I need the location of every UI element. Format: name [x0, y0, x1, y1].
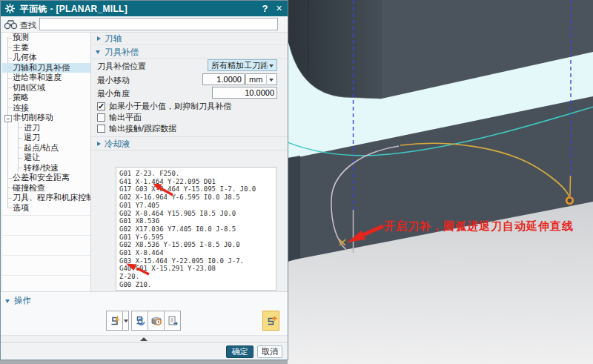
verify-toolpath-icon	[150, 315, 162, 327]
nav-item[interactable]: 刀具、程序和机床控制	[2, 193, 90, 203]
part-side-face	[288, 156, 300, 262]
nav-item[interactable]: 退刀	[2, 133, 90, 143]
nav-item[interactable]: 公差和安全距离	[2, 173, 90, 183]
gcode-line: G17 G03 X-8.464 Y-15.095 I-7. J0.0	[119, 185, 273, 193]
checkbox[interactable]	[97, 113, 105, 122]
nav-item[interactable]: 进给率和速度	[2, 73, 90, 83]
gcode-line: Z-20.	[119, 273, 273, 281]
part-and-toolpath-graphic	[288, 0, 593, 364]
nav-item-label: 起点/钻点	[24, 143, 59, 152]
list-output-icon	[167, 315, 179, 327]
checkbox-row[interactable]: 输出接触/跟踪数据	[97, 124, 176, 133]
nav-item-label: 避让	[24, 153, 40, 162]
annotation-text: 开启刀补，圆弧进退刀自动延伸直线	[384, 219, 574, 234]
checkbox-label: 输出平面	[109, 113, 142, 122]
nav-item-label: 碰撞检查	[13, 183, 45, 192]
section-tool-axis[interactable]: 刀轴	[91, 33, 288, 45]
help-button[interactable]: ?	[259, 1, 271, 16]
find-binoculars-icon	[4, 19, 18, 33]
gcode-line: G01 Y-6.595	[119, 234, 273, 242]
collapse-arrow-icon[interactable]	[140, 337, 148, 341]
checkbox-label: 如果小于最小值，则抑制刀具补偿	[109, 102, 231, 110]
chevron-down-icon	[96, 50, 100, 54]
nav-item[interactable]: 预测	[2, 33, 90, 43]
section-coolant[interactable]: 冷却液	[91, 138, 288, 150]
nav-item[interactable]: 转移/快速	[2, 163, 90, 173]
replay-toolpath-icon	[134, 315, 146, 327]
close-button[interactable]: ×	[273, 1, 285, 16]
chevron-down-icon	[124, 320, 128, 322]
generate-toolpath-button[interactable]	[106, 311, 123, 331]
nav-item[interactable]: 起点/钻点	[2, 143, 90, 153]
nav-item[interactable]: 主要	[2, 43, 90, 53]
engage-line-yellow	[570, 176, 571, 196]
min-angle-input[interactable]	[212, 87, 277, 99]
min-move-label: 最小移动	[97, 75, 130, 85]
chevron-right-icon	[97, 142, 101, 146]
edit-display-icon	[265, 315, 277, 327]
dialog-body: 预测 主要 几何体 刀轴和刀具补偿 进给率和速度	[1, 33, 288, 291]
chevron-down-icon	[5, 300, 10, 303]
operation-gear-icon	[4, 3, 16, 16]
3d-viewport[interactable]: 开启刀补，圆弧进退刀自动延伸直线	[288, 0, 593, 364]
list-output-button[interactable]	[164, 311, 181, 331]
nav-item[interactable]: 策略	[2, 93, 90, 103]
search-input[interactable]	[39, 18, 278, 30]
min-move-input[interactable]	[202, 73, 245, 85]
nav-item[interactable]: 碰撞检查	[2, 183, 90, 193]
dialog-collapse-strip	[1, 335, 288, 342]
comp-location-dropdown[interactable]: 所有精加工刀路	[208, 59, 277, 71]
nav-item[interactable]: 几何体	[2, 53, 90, 63]
nav-item[interactable]: 避让	[2, 153, 90, 163]
dialog-navigator: 预测 主要 几何体 刀轴和刀具补偿 进给率和速度	[2, 33, 91, 291]
gcode-line: G02 X-8.464 Y15.905 I8.5 J0.0	[119, 210, 273, 218]
min-angle-label: 最小角度	[97, 88, 130, 99]
replay-toolpath-button[interactable]	[131, 311, 148, 331]
edit-display-button[interactable]	[262, 311, 279, 331]
nav-item-label: 转移/快速	[24, 163, 59, 172]
dialog-titlebar[interactable]: 平面铣 - [PLANAR_MILL] ? ×	[1, 1, 288, 16]
gcode-line: G02 X-16.964 Y-6.595 I0.0 J8.5	[119, 193, 273, 202]
gcode-line: G01 X-8.464	[119, 249, 273, 257]
ok-button[interactable]: 确定	[226, 345, 254, 358]
nav-item[interactable]: 进刀	[2, 123, 90, 133]
generate-dropdown-button[interactable]	[122, 311, 129, 331]
checkbox[interactable]	[97, 125, 105, 133]
nav-item-label: 退刀	[24, 133, 40, 142]
actions-section: 操作	[1, 291, 288, 335]
nav-item[interactable]: 非切削移动	[2, 113, 90, 123]
checkbox[interactable]	[97, 102, 105, 110]
generate-toolpath-icon	[109, 315, 121, 327]
gcode-line: G41 X-1.464 Y-22.095 D01	[119, 178, 273, 186]
nav-item[interactable]: 连接	[2, 103, 90, 113]
gcode-line: G02 X17.036 Y7.405 I0.0 J-8.5	[119, 225, 273, 234]
section-tool-comp[interactable]: 刀具补偿	[91, 46, 288, 59]
nav-item-label: 进给率和速度	[13, 73, 62, 82]
gcode-line: G02 X8.536 Y-15.095 I-8.5 J0.0	[119, 241, 273, 249]
nav-item-label: 切削区域	[13, 83, 45, 92]
cancel-button[interactable]: 取消	[257, 345, 282, 358]
nav-item-label: 连接	[13, 103, 29, 112]
nav-item-label: 刀轴和刀具补偿	[13, 63, 70, 72]
checkbox-label: 输出接触/跟踪数据	[109, 124, 176, 133]
min-move-unit-dropdown[interactable]: mm	[245, 73, 277, 85]
gcode-line: G00 Z10.	[119, 281, 273, 289]
nav-item[interactable]: 切削区域	[2, 83, 90, 93]
nav-item-label: 进刀	[24, 123, 40, 132]
gcode-line: G03 X-15.464 Y-22.095 I0.0 J-7.	[119, 257, 273, 265]
planar-mill-dialog: 平面铣 - [PLANAR_MILL] ? × 查找	[0, 0, 288, 360]
nav-item[interactable]: 刀轴和刀具补偿	[2, 63, 90, 73]
find-label: 查找	[20, 20, 36, 31]
checkbox-row[interactable]: 如果小于最小值，则抑制刀具补偿	[97, 102, 231, 111]
checkbox-row[interactable]: 输出平面	[97, 113, 142, 122]
nav-item-label: 刀具、程序和机床控制	[13, 193, 91, 202]
chevron-right-icon	[97, 36, 101, 41]
nav-item-label: 几何体	[13, 53, 37, 62]
nav-item[interactable]: 选项	[2, 203, 90, 214]
nav-item-label: 策略	[13, 93, 29, 102]
start-point-marker	[566, 197, 573, 204]
gcode-line: G01 Z-23. F250.	[119, 170, 273, 178]
gcode-line: G40 G01 X-15.291 Y-23.08	[119, 265, 273, 273]
parameter-panel: 刀轴 刀具补偿 刀具补偿位置 所有精加工刀路 最小移动 mm 最小角度	[91, 33, 288, 291]
verify-toolpath-button[interactable]	[148, 311, 165, 331]
